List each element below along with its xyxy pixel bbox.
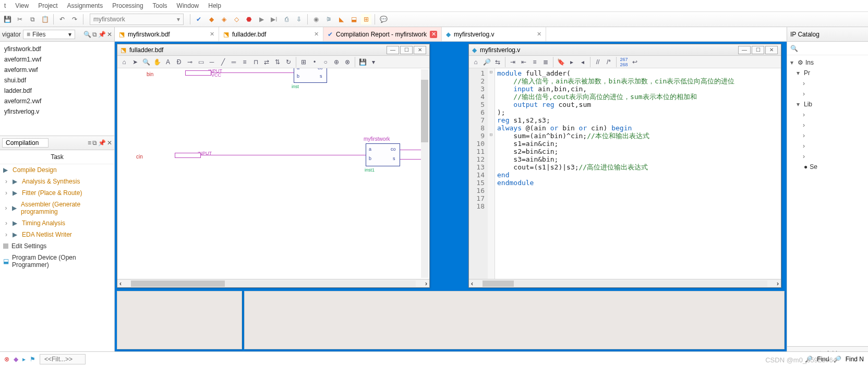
save-icon[interactable]: 💾 (2, 14, 13, 25)
home2-icon[interactable]: ⌂ (471, 57, 480, 67)
ip-tree-node[interactable]: › (790, 109, 865, 120)
ip-tree[interactable]: ▾⚙Ins▾Pr››▾Lib›››››●Se (787, 55, 868, 346)
comp-close-icon[interactable]: ✕ (107, 139, 112, 147)
play-sub-icon[interactable]: ▶⁞ (269, 14, 279, 25)
comp-pin-icon[interactable]: 📌 (98, 139, 106, 147)
compilation-dropdown[interactable]: Compilation (2, 138, 49, 148)
timing-icon[interactable]: ◇ (231, 14, 242, 25)
flip-v-icon[interactable]: ⇅ (273, 57, 282, 67)
undo-icon[interactable]: ↶ (57, 14, 67, 25)
h-scrollbar-code[interactable]: ‹ › (469, 279, 781, 287)
menu-item[interactable]: View (15, 2, 29, 9)
close-icon[interactable]: ✕ (414, 46, 426, 54)
search-icon[interactable]: 🔍 (83, 31, 91, 38)
download-icon[interactable]: ⇩ (294, 14, 304, 25)
report-icon[interactable]: ⎙ (281, 14, 292, 25)
status-icon-warn[interactable]: ◆ (14, 356, 18, 363)
status-filter-dropdown[interactable]: <<Filt...>> (40, 354, 86, 364)
stop-icon[interactable]: ⬣ (244, 14, 254, 25)
indent-icon[interactable]: ⇥ (508, 57, 517, 67)
task-item[interactable]: ›▶Timing Analysis (0, 217, 114, 229)
document-tab[interactable]: ⬔fulladder.bdf✕ (219, 27, 323, 41)
rect-icon[interactable]: ▭ (196, 57, 206, 67)
bm-prev-icon[interactable]: ◂ (578, 57, 587, 67)
node4-icon[interactable]: ⊗ (343, 57, 352, 67)
menu-item[interactable]: Window (177, 2, 199, 9)
task-item[interactable]: ›▶EDA Netlist Writer (0, 229, 114, 240)
play-icon[interactable]: ▶ (256, 14, 267, 25)
uncomment-icon[interactable]: /* (604, 57, 613, 67)
status-icon-err[interactable]: ⊗ (4, 356, 9, 363)
ip-tree-node[interactable]: ●Se (790, 162, 865, 172)
ip-tree-node[interactable]: › (790, 120, 865, 130)
nums-icon[interactable]: 267268 (619, 57, 629, 67)
project-selector[interactable]: myfirstwork (90, 14, 184, 25)
node3-icon[interactable]: ⊕ (332, 57, 341, 67)
pointer-icon[interactable]: ➤ (130, 57, 140, 67)
home-icon[interactable]: ⌂ (119, 57, 129, 67)
ip-tree-node[interactable]: › (790, 130, 865, 141)
pin-icon[interactable]: ⊸ (185, 57, 195, 67)
hierarchy-icon[interactable]: ⚞ (323, 14, 334, 25)
indent2-icon[interactable]: ≡ (530, 57, 539, 67)
ip-tree-node[interactable]: ▾Lib (790, 99, 865, 109)
file-item[interactable]: yfirstwork.bdf (0, 44, 114, 54)
close-tab-icon[interactable]: ✕ (430, 31, 437, 38)
conduit-icon[interactable]: ≡ (240, 57, 249, 67)
pin-panel-icon[interactable]: 📌 (98, 31, 106, 38)
close-tab-icon[interactable]: ✕ (210, 31, 214, 38)
ip-tree-node[interactable]: › (790, 89, 865, 99)
zoom-icon[interactable]: 🔍 (141, 57, 151, 67)
line-h-icon[interactable]: ─ (207, 57, 216, 67)
task-item[interactable]: Edit Settings (0, 240, 114, 252)
status-icon-info[interactable]: ▸ (22, 356, 26, 363)
comp-opt1-icon[interactable]: ≡ (88, 139, 91, 147)
outdent2-icon[interactable]: ≣ (541, 57, 550, 67)
pin-icon[interactable]: ◣ (336, 14, 346, 25)
replace-icon[interactable]: ⇆ (493, 57, 502, 67)
h-scrollbar[interactable]: ‹ › (117, 279, 429, 287)
close-panel-icon[interactable]: ✕ (107, 31, 112, 38)
menu-item[interactable]: Tools (153, 2, 167, 9)
bookmark-icon[interactable]: 🔖 (556, 57, 565, 67)
comp-opt2-icon[interactable]: ⧉ (92, 139, 97, 147)
symbol-icon[interactable]: Ð (174, 57, 184, 67)
menu-item[interactable]: Project (38, 2, 57, 9)
code-text[interactable]: module full_adder( //输入信号，ain表示被加数，bin表示… (495, 68, 781, 279)
close-icon[interactable]: ✕ (765, 46, 778, 54)
menu-item[interactable]: Assignments (67, 2, 103, 9)
file-item[interactable]: aveform1.vwf (0, 54, 114, 65)
file-item[interactable]: aveform.vwf (0, 65, 114, 75)
text-icon[interactable]: A (163, 57, 173, 67)
node1-icon[interactable]: • (310, 57, 319, 67)
task-item[interactable]: ▶Compile Design (0, 164, 114, 176)
minimize-icon[interactable]: — (387, 46, 399, 54)
flip-h-icon[interactable]: ⇄ (262, 57, 271, 67)
file-item[interactable]: yfirstverlog.v (0, 106, 114, 117)
wrap-icon[interactable]: ↩ (630, 57, 640, 67)
menu-item[interactable]: Help (208, 2, 221, 9)
programmer-icon[interactable]: ⬓ (348, 14, 359, 25)
minimize-icon[interactable]: — (738, 46, 751, 54)
schematic-canvas[interactable]: bin INPUT VCC a b co s inst cin INPUT my… (117, 68, 429, 279)
ip-tree-node[interactable]: ▾Pr (790, 68, 865, 78)
close-tab-icon[interactable]: ✕ (314, 31, 319, 38)
close-tab-icon[interactable]: ✕ (537, 31, 541, 38)
menu-item[interactable]: Processing (112, 2, 143, 9)
file-item[interactable]: ladder.bdf (0, 86, 114, 96)
v-scrollbar[interactable] (421, 69, 428, 278)
maximize-icon[interactable]: ☐ (400, 46, 413, 54)
ip-tree-node[interactable]: › (790, 141, 865, 151)
schematic-titlebar[interactable]: ⬔ fulladder.bdf — ☐ ✕ (117, 44, 429, 56)
node2-icon[interactable]: ○ (321, 57, 330, 67)
pin-bin[interactable] (185, 70, 211, 76)
save-bdf-icon[interactable]: 💾 (358, 57, 367, 67)
navigator-mode-dropdown[interactable]: ≡ Files ▾ (23, 30, 75, 39)
help-icon[interactable]: 💬 (378, 14, 389, 25)
ip-search[interactable]: 🔍 (787, 42, 868, 55)
file-item[interactable]: aveform2.vwf (0, 96, 114, 106)
redo-icon[interactable]: ↷ (69, 14, 80, 25)
line-d-icon[interactable]: ╱ (218, 57, 227, 67)
cut-icon[interactable]: ✂ (15, 14, 25, 25)
analysis-icon[interactable]: ◆ (206, 14, 216, 25)
